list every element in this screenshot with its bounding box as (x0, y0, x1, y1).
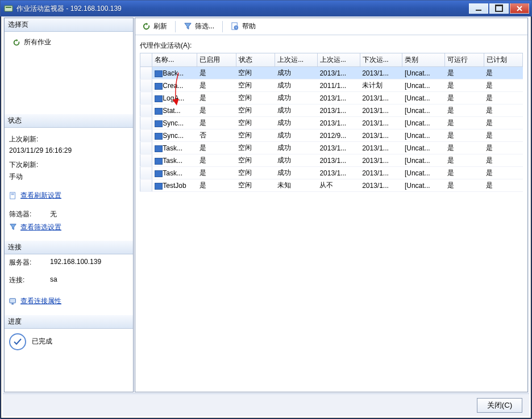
sidebar-item-all-jobs[interactable]: 所有作业 (9, 35, 128, 49)
table-cell[interactable]: 2013/1... (317, 67, 360, 79)
table-row[interactable]: Crea...是空闲成功2011/1...未计划[Uncat...是是 (140, 79, 523, 92)
table-cell[interactable]: [Uncat... (402, 179, 445, 192)
table-cell[interactable]: [Uncat... (402, 79, 445, 92)
table-cell[interactable]: 是 (445, 92, 484, 104)
table-cell[interactable]: 是 (445, 117, 484, 129)
row-header[interactable] (140, 129, 152, 142)
table-cell[interactable]: 是 (445, 79, 484, 92)
table-cell[interactable]: 是 (445, 67, 484, 79)
maximize-button[interactable] (489, 3, 509, 14)
table-cell[interactable]: 空闲 (236, 142, 275, 154)
table-cell[interactable]: [Uncat... (402, 167, 445, 179)
table-cell[interactable]: 2013/1... (317, 117, 360, 129)
table-cell[interactable]: 是 (484, 179, 522, 192)
table-cell[interactable]: 是 (197, 79, 236, 92)
table-cell[interactable]: LogA... (152, 92, 197, 104)
table-cell[interactable]: 2013/1... (317, 167, 360, 179)
close-window-button[interactable] (510, 3, 529, 14)
table-cell[interactable]: [Uncat... (402, 129, 445, 142)
table-cell[interactable]: 2013/1... (317, 142, 360, 154)
view-filter-settings-link[interactable]: 查看筛选设置 (9, 223, 61, 232)
table-cell[interactable]: 2013/1... (360, 154, 402, 167)
table-cell[interactable]: [Uncat... (402, 104, 445, 117)
table-cell[interactable]: 是 (484, 67, 522, 79)
table-cell[interactable]: 是 (484, 79, 522, 92)
table-cell[interactable]: [Uncat... (402, 142, 445, 154)
table-cell[interactable]: 成功 (275, 92, 318, 104)
table-cell[interactable]: 是 (445, 142, 484, 154)
table-cell[interactable]: 是 (197, 92, 236, 104)
table-cell[interactable]: 是 (445, 154, 484, 167)
table-cell[interactable]: TestJob (152, 179, 197, 192)
table-cell[interactable]: 是 (484, 167, 522, 179)
table-cell[interactable]: 2013/1... (360, 67, 402, 79)
minimize-button[interactable] (469, 3, 488, 14)
table-cell[interactable]: 空闲 (236, 79, 275, 92)
table-cell[interactable]: 成功 (275, 142, 318, 154)
table-cell[interactable]: Back... (152, 67, 197, 79)
table-cell[interactable]: 是 (445, 179, 484, 192)
table-cell[interactable]: 成功 (275, 167, 318, 179)
table-cell[interactable]: Task... (152, 167, 197, 179)
row-header[interactable] (140, 142, 152, 154)
table-cell[interactable]: Stat... (152, 104, 197, 117)
table-cell[interactable]: 成功 (275, 79, 318, 92)
table-cell[interactable]: 否 (197, 129, 236, 142)
help-button[interactable]: ? 帮助 (227, 20, 259, 32)
table-cell[interactable]: 是 (484, 154, 522, 167)
column-header[interactable]: 上次运... (317, 53, 360, 67)
table-cell[interactable]: 2013/1... (317, 154, 360, 167)
row-header[interactable] (140, 117, 152, 129)
row-header[interactable] (140, 154, 152, 167)
table-cell[interactable]: 成功 (275, 104, 318, 117)
row-header[interactable] (140, 167, 152, 179)
table-row[interactable]: LogA...是空闲成功2013/1...2013/1...[Uncat...是… (140, 92, 523, 104)
view-refresh-settings-link[interactable]: 查看刷新设置 (9, 191, 61, 200)
table-cell[interactable]: 2013/1... (360, 117, 402, 129)
table-cell[interactable]: 是 (484, 129, 522, 142)
table-row[interactable]: Sync...否空闲成功2012/9...2013/1...[Uncat...是… (140, 129, 523, 142)
table-cell[interactable]: 成功 (275, 67, 318, 79)
table-cell[interactable]: 2013/1... (360, 142, 402, 154)
table-cell[interactable]: 是 (484, 117, 522, 129)
table-cell[interactable]: 未计划 (360, 79, 402, 92)
column-header[interactable]: 已计划 (484, 53, 522, 67)
table-cell[interactable]: 2012/9... (317, 129, 360, 142)
table-cell[interactable]: [Uncat... (402, 154, 445, 167)
row-header[interactable] (140, 179, 152, 192)
row-header[interactable] (140, 104, 152, 117)
view-connection-props-link[interactable]: 查看连接属性 (9, 296, 61, 306)
table-cell[interactable]: 是 (197, 179, 236, 192)
table-cell[interactable]: 从不 (317, 179, 360, 192)
table-cell[interactable]: 是 (484, 104, 522, 117)
table-cell[interactable]: 是 (197, 142, 236, 154)
table-cell[interactable]: 是 (484, 92, 522, 104)
table-cell[interactable]: 空闲 (236, 167, 275, 179)
table-row[interactable]: TestJob是空闲未知从不2013/1...[Uncat...是是 (140, 179, 523, 192)
row-header[interactable] (140, 92, 152, 104)
table-cell[interactable]: 是 (484, 142, 522, 154)
table-cell[interactable]: 空闲 (236, 104, 275, 117)
column-header[interactable]: 上次运... (275, 53, 318, 67)
table-row[interactable]: Task...是空闲成功2013/1...2013/1...[Uncat...是… (140, 142, 523, 154)
table-cell[interactable]: 2013/1... (360, 179, 402, 192)
title-bar[interactable]: 作业活动监视器 - 192.168.100.139 (1, 1, 531, 16)
table-cell[interactable]: Task... (152, 154, 197, 167)
table-cell[interactable]: 2013/1... (317, 92, 360, 104)
close-button[interactable]: 关闭(C) (477, 398, 522, 413)
table-cell[interactable]: 空闲 (236, 67, 275, 79)
column-header[interactable]: 已启用 (197, 53, 236, 67)
table-cell[interactable]: 是 (445, 129, 484, 142)
table-cell[interactable]: 2011/1... (317, 79, 360, 92)
table-cell[interactable]: 空闲 (236, 129, 275, 142)
table-cell[interactable]: 是 (197, 154, 236, 167)
table-cell[interactable]: 是 (197, 167, 236, 179)
table-cell[interactable]: 空闲 (236, 154, 275, 167)
table-cell[interactable]: 是 (197, 104, 236, 117)
table-cell[interactable]: 空闲 (236, 92, 275, 104)
table-cell[interactable]: [Uncat... (402, 92, 445, 104)
column-header[interactable]: 状态 (236, 53, 275, 67)
table-cell[interactable]: 成功 (275, 129, 318, 142)
table-cell[interactable]: 是 (445, 104, 484, 117)
table-row[interactable]: Back...是空闲成功2013/1...2013/1...[Uncat...是… (140, 67, 523, 79)
